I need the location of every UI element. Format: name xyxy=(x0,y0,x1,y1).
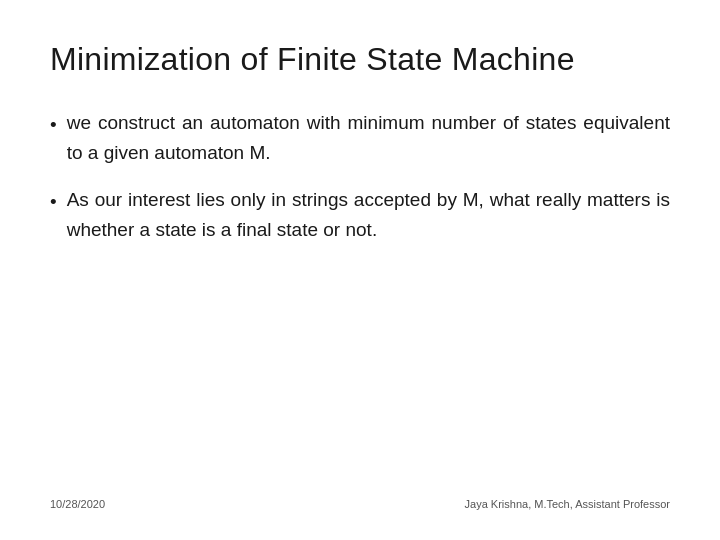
slide-title: Minimization of Finite State Machine xyxy=(50,40,670,78)
bullet-text: we construct an automaton with minimum n… xyxy=(67,108,670,167)
bullet-dot: • xyxy=(50,188,57,217)
slide: Minimization of Finite State Machine • w… xyxy=(0,0,720,540)
footer-author: Jaya Krishna, M.Tech, Assistant Professo… xyxy=(465,498,670,510)
slide-content: • we construct an automaton with minimum… xyxy=(50,108,670,488)
bullet-text: As our interest lies only in strings acc… xyxy=(67,185,670,244)
footer-date: 10/28/2020 xyxy=(50,498,105,510)
list-item: • we construct an automaton with minimum… xyxy=(50,108,670,167)
slide-footer: 10/28/2020 Jaya Krishna, M.Tech, Assista… xyxy=(50,488,670,510)
bullet-dot: • xyxy=(50,111,57,140)
list-item: • As our interest lies only in strings a… xyxy=(50,185,670,244)
